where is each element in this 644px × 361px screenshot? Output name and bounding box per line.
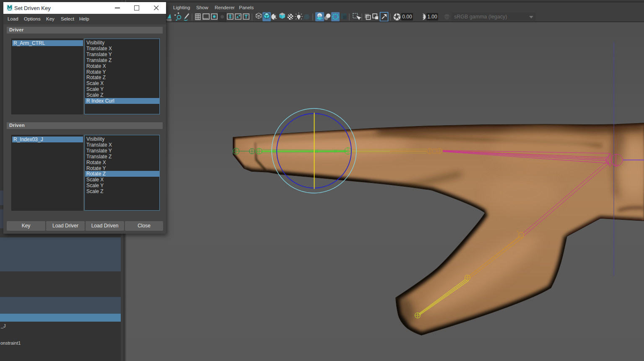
svg-text:1.00: 1.00: [427, 14, 437, 20]
svg-text:ccs: ccs: [444, 15, 450, 19]
svg-text:sRGB gamma (legacy): sRGB gamma (legacy): [454, 14, 507, 20]
svg-text:0.00: 0.00: [402, 14, 412, 20]
